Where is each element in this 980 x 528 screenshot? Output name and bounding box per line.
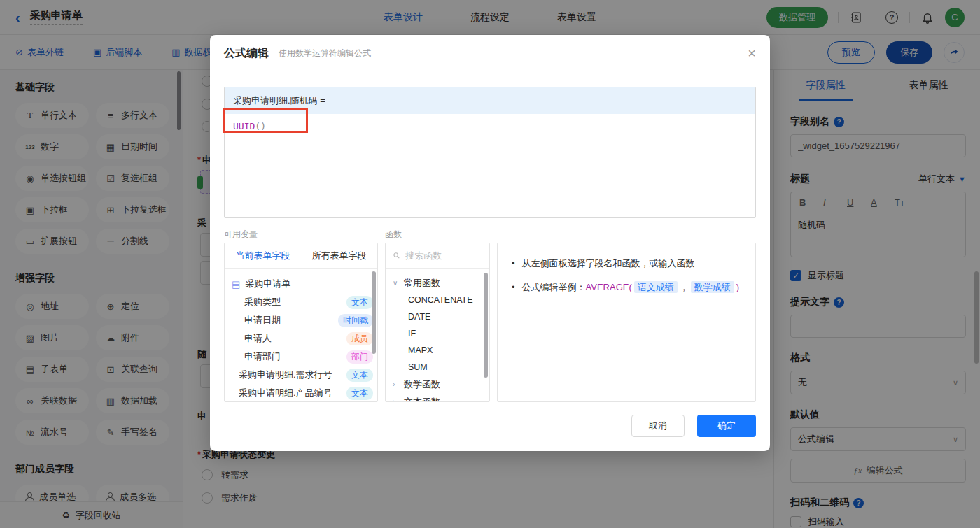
type-badge: 文本: [346, 369, 373, 382]
example-chip: 数学成绩: [691, 281, 734, 293]
type-badge: 文本: [346, 387, 373, 400]
variable-row[interactable]: 申请部门部门: [232, 348, 373, 366]
tip-line-2: •公式编辑举例：AVERAGE(语文成绩，数学成绩): [512, 280, 741, 294]
modal-footer: 取消 确定: [631, 415, 756, 437]
functions-label: 函数: [385, 229, 402, 241]
tab-all-form-fields[interactable]: 所有表单字段: [301, 243, 377, 268]
tip-line-1: •从左侧面板选择字段名和函数，或输入函数: [512, 256, 741, 271]
function-group-text[interactable]: ›文本函数: [393, 393, 486, 402]
formula-code-area[interactable]: UUID(): [225, 114, 755, 218]
function-search[interactable]: [386, 243, 489, 269]
function-group-common[interactable]: ∨常用函数: [393, 274, 486, 292]
variables-tabs: 当前表单字段 所有表单字段: [225, 243, 377, 269]
bullet-icon: •: [512, 256, 515, 271]
functions-panel: ∨常用函数 CONCATENATE DATE IF MAPX SUM ›数学函数…: [385, 243, 490, 402]
tips-panel: •从左侧面板选择字段名和函数，或输入函数 •公式编辑举例：AVERAGE(语文成…: [497, 243, 756, 402]
cancel-button[interactable]: 取消: [631, 415, 685, 437]
variable-row[interactable]: 采购类型文本: [232, 293, 373, 311]
variable-row[interactable]: 申请人成员: [232, 329, 373, 348]
example-chip: 语文成绩: [634, 281, 678, 293]
modal-header: 公式编辑 使用数学运算符编辑公式 ×: [210, 35, 770, 71]
function-item[interactable]: IF: [393, 325, 486, 342]
chevron-right-icon: ›: [393, 380, 400, 388]
modal-title: 公式编辑: [224, 46, 269, 61]
function-group-math[interactable]: ›数学函数: [393, 376, 486, 393]
type-badge: 部门: [346, 350, 373, 364]
formula-editor-modal: 公式编辑 使用数学运算符编辑公式 × 采购申请明细.随机码 = UUID() 可…: [210, 35, 770, 451]
function-item[interactable]: DATE: [393, 308, 486, 325]
bullet-icon: •: [512, 280, 515, 294]
search-icon: [393, 251, 400, 260]
functions-tree: ∨常用函数 CONCATENATE DATE IF MAPX SUM ›数学函数…: [386, 269, 489, 402]
variable-row[interactable]: 采购申请明细.产品编号文本: [232, 384, 373, 402]
variables-label: 可用变量: [224, 229, 258, 241]
type-badge: 成员: [346, 332, 373, 345]
chevron-right-icon: ›: [393, 398, 400, 402]
function-item[interactable]: SUM: [393, 359, 486, 376]
function-item[interactable]: MAPX: [393, 342, 486, 359]
modal-subtitle: 使用数学运算符编辑公式: [279, 48, 371, 59]
close-icon[interactable]: ×: [748, 46, 756, 60]
variables-scrollbar[interactable]: [372, 271, 376, 354]
form-icon: ▤: [232, 279, 240, 290]
formula-parens: (): [255, 121, 266, 131]
variable-row[interactable]: 采购申请明细.需求行号文本: [232, 366, 373, 384]
type-badge: 时间戳: [338, 314, 373, 327]
app-root: ‹ 采购申请单 表单设计 流程设定 表单设置 数据管理 ? C ⊘表单外链 ▣后…: [0, 0, 980, 528]
type-badge: 文本: [346, 296, 373, 309]
formula-editor: 采购申请明细.随机码 = UUID(): [224, 87, 756, 218]
variable-row[interactable]: 申请日期时间戳: [232, 311, 373, 329]
formula-target: 采购申请明细.随机码 =: [225, 87, 755, 114]
chevron-down-icon: ∨: [393, 279, 400, 287]
variables-panel: 当前表单字段 所有表单字段 ▤采购申请单 采购类型文本 申请日期时间戳 申请人成…: [224, 243, 378, 402]
variables-tree: ▤采购申请单 采购类型文本 申请日期时间戳 申请人成员 申请部门部门 采购申请明…: [225, 269, 377, 402]
tab-current-form-fields[interactable]: 当前表单字段: [225, 243, 301, 268]
formula-function: UUID: [233, 121, 255, 131]
confirm-button[interactable]: 确定: [697, 415, 756, 437]
form-node[interactable]: ▤采购申请单: [232, 275, 373, 293]
function-item[interactable]: CONCATENATE: [393, 292, 486, 308]
functions-scrollbar[interactable]: [484, 273, 488, 378]
function-search-input[interactable]: [405, 250, 482, 261]
